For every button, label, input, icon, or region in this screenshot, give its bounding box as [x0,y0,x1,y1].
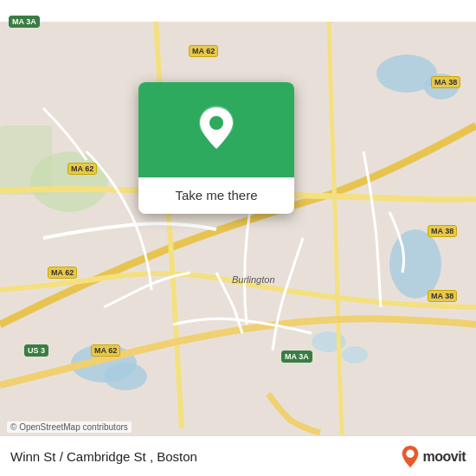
shield-us3: US 3 [24,344,48,357]
svg-point-3 [389,229,441,299]
location-pin-icon [194,104,239,156]
popup-card-body[interactable]: Take me there [138,177,294,214]
svg-point-12 [209,116,223,130]
svg-point-13 [406,450,414,458]
shield-ma38-top: MA 38 [431,76,460,88]
bottom-bar: Winn St / Cambridge St , Boston moovit [0,435,476,476]
svg-text:Burlington: Burlington [232,274,275,285]
take-me-there-button[interactable]: Take me there [175,188,257,203]
popup-card-header [138,82,294,177]
map-attribution: © OpenStreetMap contributors [7,421,132,433]
svg-rect-9 [0,125,52,195]
popup-card: Take me there [138,82,294,214]
svg-point-5 [104,363,147,390]
map-container: Burlington MA 3A MA 62 MA 38 MA 62 MA 62… [0,0,476,476]
moovit-logo: moovit [401,445,466,469]
shield-ma38-mid: MA 38 [428,225,457,237]
shield-ma62-midleft: MA 62 [68,163,97,175]
shield-ma3a-top: MA 3A [9,16,40,28]
moovit-pin-icon [401,445,420,469]
location-info: Winn St / Cambridge St , Boston [10,449,197,465]
svg-point-7 [342,346,368,363]
shield-ma62-top: MA 62 [189,45,218,57]
shield-ma3a-bottom: MA 3A [281,351,312,363]
location-title: Winn St / Cambridge St , Boston [10,449,197,464]
moovit-brand-text: moovit [423,449,466,465]
map-svg: Burlington [0,0,476,476]
shield-ma62-bottom: MA 62 [91,344,120,357]
shield-ma38-lower: MA 38 [428,290,457,302]
shield-ma62-lower: MA 62 [48,267,77,279]
